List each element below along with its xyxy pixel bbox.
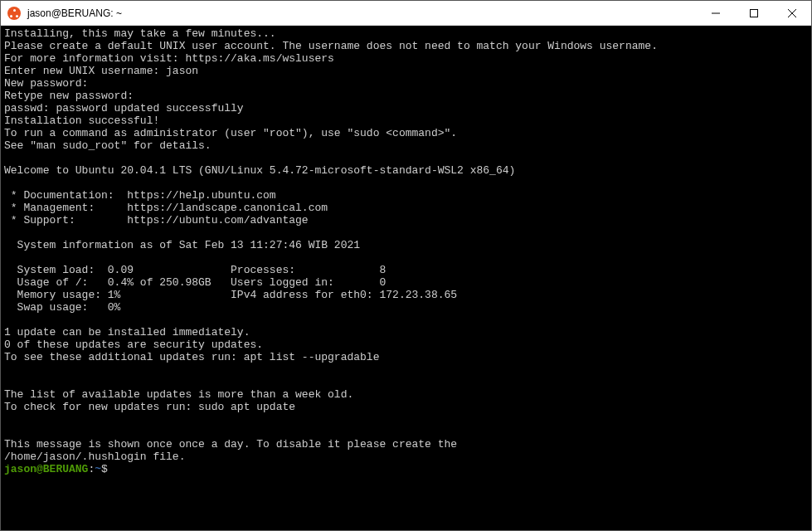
- title-bar[interactable]: jason@BERUANG: ~: [1, 1, 811, 26]
- terminal-output-line: [4, 152, 808, 164]
- terminal-output-line: See "man sudo_root" for details.: [4, 139, 808, 152]
- terminal-window: jason@BERUANG: ~ Installing, this may ta…: [0, 0, 812, 531]
- minimize-button[interactable]: [697, 1, 735, 25]
- terminal-output-line: Welcome to Ubuntu 20.04.1 LTS (GNU/Linux…: [4, 164, 808, 177]
- terminal-output-line: [4, 177, 808, 189]
- terminal-output-line: Memory usage: 1% IPv4 address for eth0: …: [4, 289, 808, 301]
- terminal-output-line: This message is shown once once a day. T…: [4, 438, 808, 451]
- terminal-output-line: New password:: [4, 77, 808, 90]
- terminal-output-line: Installation successful!: [4, 114, 808, 127]
- terminal-output-line: [4, 376, 808, 388]
- terminal-output-line: Usage of /: 0.4% of 250.98GB Users logge…: [4, 276, 808, 289]
- terminal-output-line: [4, 363, 808, 376]
- window-title: jason@BERUANG: ~: [27, 7, 697, 19]
- window-controls: [697, 1, 811, 25]
- prompt-path: ~: [95, 463, 101, 475]
- terminal-output-line: Please create a default UNIX user accoun…: [4, 40, 808, 52]
- terminal-output-line: passwd: password updated successfully: [4, 102, 808, 114]
- svg-rect-1: [751, 9, 758, 17]
- terminal-output-line: System information as of Sat Feb 13 11:2…: [4, 239, 808, 251]
- terminal-output-line: * Support: https://ubuntu.com/advantage: [4, 214, 808, 227]
- terminal-prompt[interactable]: jason@BERUANG:~$: [4, 463, 808, 475]
- terminal-output-line: For more information visit: https://aka.…: [4, 52, 808, 65]
- terminal-output-line: To run a command as administrator (user …: [4, 127, 808, 139]
- terminal-output-line: The list of available updates is more th…: [4, 388, 808, 401]
- terminal-output-line: [4, 251, 808, 264]
- terminal-output-line: Retype new password:: [4, 90, 808, 102]
- terminal-output-line: Swap usage: 0%: [4, 301, 808, 314]
- close-button[interactable]: [773, 1, 811, 25]
- terminal-output-line: System load: 0.09 Processes: 8: [4, 264, 808, 276]
- maximize-button[interactable]: [735, 1, 773, 25]
- prompt-dollar: $: [101, 463, 108, 475]
- terminal-output-line: /home/jason/.hushlogin file.: [4, 451, 808, 463]
- terminal-output-line: [4, 426, 808, 438]
- terminal-output-line: [4, 413, 808, 426]
- terminal-body[interactable]: Installing, this may take a few minutes.…: [1, 26, 811, 530]
- terminal-output-line: [4, 314, 808, 326]
- terminal-output-line: * Management: https://landscape.canonica…: [4, 202, 808, 214]
- terminal-output-line: Installing, this may take a few minutes.…: [4, 27, 808, 40]
- terminal-output-line: * Documentation: https://help.ubuntu.com: [4, 189, 808, 202]
- terminal-output-line: Enter new UNIX username: jason: [4, 65, 808, 77]
- terminal-output-line: To check for new updates run: sudo apt u…: [4, 401, 808, 413]
- terminal-output-line: 1 update can be installed immediately.: [4, 326, 808, 339]
- ubuntu-icon: [7, 7, 21, 20]
- prompt-user: jason@BERUANG: [4, 463, 88, 475]
- terminal-output-line: To see these additional updates run: apt…: [4, 351, 808, 363]
- terminal-output-line: 0 of these updates are security updates.: [4, 339, 808, 351]
- terminal-output-line: [4, 227, 808, 239]
